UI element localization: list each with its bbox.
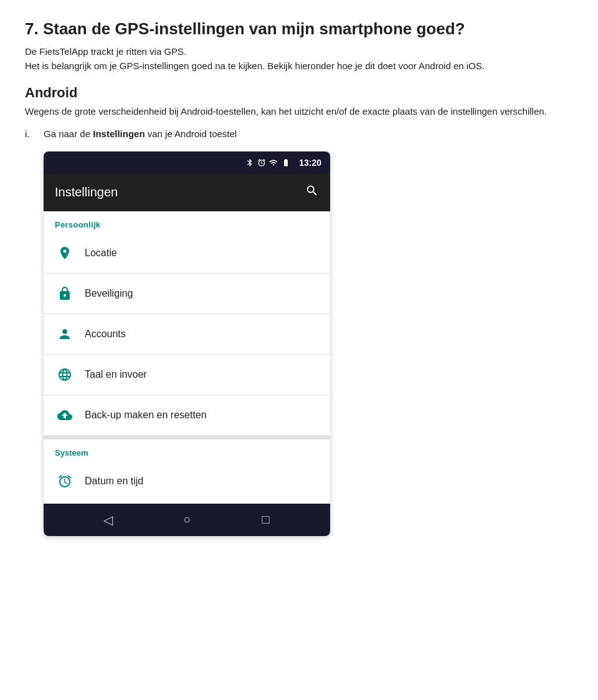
phone-mockup: 13:20 Instellingen Persoonlijk Locatie <box>44 151 330 536</box>
android-heading: Android <box>25 85 573 101</box>
settings-item-locatie-label: Locatie <box>85 247 117 259</box>
page-title: 7. Staan de GPS-instellingen van mijn sm… <box>25 19 573 40</box>
home-button[interactable]: ○ <box>176 509 198 531</box>
settings-item-accounts[interactable]: Accounts <box>44 314 330 355</box>
settings-item-backup[interactable]: Back-up maken en resetten <box>44 395 330 436</box>
status-icons: 13:20 <box>245 158 321 168</box>
app-header: Instellingen <box>44 174 330 211</box>
settings-item-beveiliging-label: Beveiliging <box>85 288 133 299</box>
status-time: 13:20 <box>299 158 321 168</box>
step-letter: i. <box>25 127 44 139</box>
search-icon[interactable] <box>305 184 319 201</box>
app-header-title: Instellingen <box>55 185 118 199</box>
settings-item-beveiliging[interactable]: Beveiliging <box>44 274 330 314</box>
section-label-systeem: Systeem <box>44 439 330 461</box>
phone-navbar: ◁ ○ □ <box>44 504 330 536</box>
back-button[interactable]: ◁ <box>97 509 119 531</box>
section-divider-systeem: Systeem <box>44 436 330 461</box>
signal-icon <box>269 158 278 167</box>
step-i: i. Ga naar de Instellingen van je Androi… <box>25 127 573 141</box>
settings-item-datum[interactable]: Datum en tijd <box>44 461 330 501</box>
android-description: Wegens de grote verscheidenheid bij Andr… <box>25 105 573 119</box>
settings-item-backup-label: Back-up maken en resetten <box>85 410 207 421</box>
section-label-persoonlijk: Persoonlijk <box>44 211 330 233</box>
intro-text-2: Het is belangrijk om je GPS-instellingen… <box>25 60 573 71</box>
phone-body: Persoonlijk Locatie Beveiliging <box>44 211 330 504</box>
step-text-rest: van je Android toestel <box>145 128 237 139</box>
language-icon <box>55 365 75 385</box>
bluetooth-icon <box>245 158 254 167</box>
backup-icon <box>55 405 75 425</box>
settings-item-taal-label: Taal en invoer <box>85 369 147 380</box>
intro-text-1: De FietsTelApp trackt je ritten via GPS. <box>25 46 573 57</box>
alarm-icon <box>257 158 266 167</box>
settings-item-datum-label: Datum en tijd <box>85 476 143 487</box>
step-text: Ga naar de Instellingen van je Android t… <box>44 127 237 141</box>
recents-button[interactable]: □ <box>255 509 277 531</box>
accounts-icon <box>55 324 75 344</box>
settings-item-taal[interactable]: Taal en invoer <box>44 355 330 395</box>
status-bar: 13:20 <box>44 151 330 174</box>
step-text-plain: Ga naar de <box>44 128 93 139</box>
step-text-bold: Instellingen <box>93 128 145 139</box>
settings-item-accounts-label: Accounts <box>85 328 126 340</box>
security-icon <box>55 284 75 304</box>
settings-item-locatie[interactable]: Locatie <box>44 233 330 274</box>
battery-icon <box>281 158 291 167</box>
location-icon <box>55 243 75 263</box>
datetime-icon <box>55 471 75 491</box>
